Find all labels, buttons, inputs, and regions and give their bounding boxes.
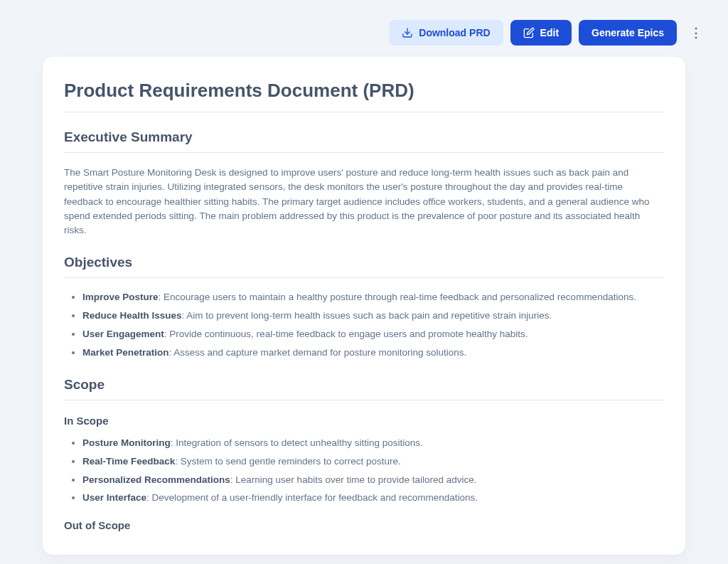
section-executive-summary-heading: Executive Summary xyxy=(64,129,664,153)
edit-button[interactable]: Edit xyxy=(510,20,572,46)
list-item-label: Reduce Health Issues xyxy=(82,310,182,321)
toolbar: Download PRD Edit Generate Epics ⋮ xyxy=(0,0,728,57)
list-item-text: : Aim to prevent long-term health issues… xyxy=(182,310,552,321)
list-item-text: : Learning user habits over time to prov… xyxy=(230,474,477,485)
subsection-in-scope-heading: In Scope xyxy=(64,415,664,427)
vertical-dots-icon: ⋮ xyxy=(690,26,702,39)
download-prd-button[interactable]: Download PRD xyxy=(389,20,503,46)
list-item: Improve Posture: Encourage users to main… xyxy=(82,291,664,304)
edit-icon xyxy=(523,27,535,38)
list-item: Market Penetration: Assess and capture m… xyxy=(82,346,664,360)
list-item: Reduce Health Issues: Aim to prevent lon… xyxy=(82,309,664,323)
list-item-text: : Development of a user-friendly interfa… xyxy=(146,492,478,503)
list-item: User Engagement: Provide continuous, rea… xyxy=(82,328,664,341)
document-title: Product Requirements Document (PRD) xyxy=(64,80,664,112)
executive-summary-body: The Smart Posture Monitoring Desk is des… xyxy=(64,166,664,238)
list-item-text: : System to send gentle reminders to cor… xyxy=(175,456,400,467)
edit-label: Edit xyxy=(540,27,559,38)
download-icon xyxy=(402,27,413,38)
list-item: Personalized Recommendations: Learning u… xyxy=(82,474,664,487)
document-card: Product Requirements Document (PRD) Exec… xyxy=(43,57,685,555)
list-item-text: : Provide continuous, real-time feedback… xyxy=(164,329,528,339)
generate-label: Generate Epics xyxy=(592,27,664,38)
list-item-label: Improve Posture xyxy=(82,292,159,302)
section-scope-heading: Scope xyxy=(64,377,664,400)
download-label: Download PRD xyxy=(419,27,490,38)
list-item-label: Market Penetration xyxy=(82,347,169,358)
list-item-text: : Integration of sensors to detect unhea… xyxy=(171,437,423,448)
more-options-button[interactable]: ⋮ xyxy=(684,21,708,45)
list-item: Real-Time Feedback: System to send gentl… xyxy=(82,455,664,469)
document-scroll-area[interactable]: Product Requirements Document (PRD) Exec… xyxy=(64,80,685,532)
list-item-label: Real-Time Feedback xyxy=(82,456,175,467)
subsection-out-of-scope-heading: Out of Scope xyxy=(64,519,664,531)
in-scope-list: Posture Monitoring: Integration of senso… xyxy=(64,437,664,506)
list-item: User Interface: Development of a user-fr… xyxy=(82,491,664,505)
list-item-label: User Interface xyxy=(82,492,146,503)
objectives-list: Improve Posture: Encourage users to main… xyxy=(64,291,664,360)
list-item-text: : Encourage users to maintain a healthy … xyxy=(159,292,636,302)
generate-epics-button[interactable]: Generate Epics xyxy=(579,20,677,46)
list-item-label: Posture Monitoring xyxy=(82,437,171,448)
list-item-label: User Engagement xyxy=(82,329,164,339)
list-item-label: Personalized Recommendations xyxy=(82,474,230,485)
list-item-text: : Assess and capture market demand for p… xyxy=(169,347,467,358)
list-item: Posture Monitoring: Integration of senso… xyxy=(82,437,664,450)
section-objectives-heading: Objectives xyxy=(64,255,664,278)
